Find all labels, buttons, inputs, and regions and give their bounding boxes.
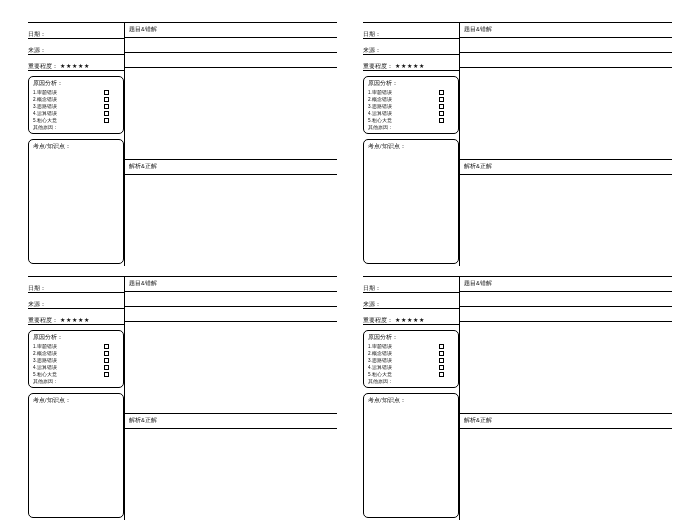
checkbox-icon[interactable] bbox=[439, 358, 444, 363]
checkbox-icon[interactable] bbox=[439, 104, 444, 109]
star-icon: ★ bbox=[395, 63, 400, 69]
source-label: 来源： bbox=[363, 301, 381, 307]
checkbox-icon[interactable] bbox=[104, 111, 109, 116]
reason-item: 4.运算错误 bbox=[33, 364, 119, 371]
reason-analysis-panel: 原因分析：1.审题错误2.概念错误3.思路错误4.运算错误5.粗心大意其他原因： bbox=[28, 330, 124, 388]
solution-header: 解析&正解 bbox=[125, 413, 337, 429]
star-icon: ★ bbox=[401, 317, 406, 323]
meta-column: 日期：来源：重要程度：★★★★★原因分析：1.审题错误2.概念错误3.思路错误4… bbox=[28, 22, 124, 266]
reason-analysis-title: 原因分析： bbox=[33, 80, 119, 88]
reason-analysis-title: 原因分析： bbox=[33, 334, 119, 342]
checkbox-icon[interactable] bbox=[439, 351, 444, 356]
checkbox-icon[interactable] bbox=[104, 90, 109, 95]
page-column-right: 日期：来源：重要程度：★★★★★原因分析：1.审题错误2.概念错误3.思路错误4… bbox=[363, 22, 672, 520]
checkbox-icon[interactable] bbox=[439, 111, 444, 116]
star-icon: ★ bbox=[419, 317, 424, 323]
checkbox-icon[interactable] bbox=[104, 118, 109, 123]
source-row: 来源： bbox=[28, 293, 124, 309]
importance-row: 重要程度：★★★★★ bbox=[363, 309, 459, 325]
reason-item: 5.粗心大意 bbox=[33, 371, 119, 378]
star-icon: ★ bbox=[60, 317, 65, 323]
importance-stars: ★★★★★ bbox=[395, 63, 424, 69]
question-area bbox=[460, 322, 672, 413]
reason-text: 2.概念错误 bbox=[33, 351, 57, 356]
date-row: 日期： bbox=[363, 276, 459, 293]
importance-label: 重要程度： bbox=[363, 317, 393, 323]
checkbox-icon[interactable] bbox=[439, 90, 444, 95]
star-icon: ★ bbox=[66, 63, 71, 69]
question-header: 题目&错解 bbox=[460, 22, 672, 38]
reason-checklist: 1.审题错误2.概念错误3.思路错误4.运算错误5.粗心大意 bbox=[33, 343, 119, 378]
date-row: 日期： bbox=[28, 22, 124, 39]
other-reason-label: 其他原因： bbox=[368, 125, 454, 130]
solution-header: 解析&正解 bbox=[460, 159, 672, 175]
reason-item: 3.思路错误 bbox=[368, 103, 454, 110]
star-icon: ★ bbox=[66, 317, 71, 323]
checkbox-icon[interactable] bbox=[104, 358, 109, 363]
checkbox-icon[interactable] bbox=[104, 97, 109, 102]
reason-item: 4.运算错误 bbox=[368, 364, 454, 371]
importance-label: 重要程度： bbox=[363, 63, 393, 69]
checkbox-icon[interactable] bbox=[439, 372, 444, 377]
star-icon: ★ bbox=[413, 63, 418, 69]
reason-item: 5.粗心大意 bbox=[368, 371, 454, 378]
error-entry-block: 日期：来源：重要程度：★★★★★原因分析：1.审题错误2.概念错误3.思路错误4… bbox=[363, 276, 672, 520]
source-row: 来源： bbox=[363, 39, 459, 55]
reason-analysis-title: 原因分析： bbox=[368, 80, 454, 88]
question-area bbox=[125, 68, 337, 159]
other-reason-label: 其他原因： bbox=[368, 379, 454, 384]
reason-text: 5.粗心大意 bbox=[368, 372, 392, 377]
reason-checklist: 1.审题错误2.概念错误3.思路错误4.运算错误5.粗心大意 bbox=[368, 343, 454, 378]
star-icon: ★ bbox=[407, 63, 412, 69]
content-column: 题目&错解解析&正解 bbox=[459, 276, 672, 520]
reason-item: 1.审题错误 bbox=[368, 343, 454, 350]
checkbox-icon[interactable] bbox=[104, 104, 109, 109]
importance-stars: ★★★★★ bbox=[60, 63, 89, 69]
reason-text: 2.概念错误 bbox=[33, 97, 57, 102]
checkbox-icon[interactable] bbox=[439, 365, 444, 370]
importance-stars: ★★★★★ bbox=[60, 317, 89, 323]
date-label: 日期： bbox=[28, 31, 46, 37]
question-area bbox=[460, 68, 672, 159]
reason-item: 2.概念错误 bbox=[33, 96, 119, 103]
importance-row: 重要程度：★★★★★ bbox=[28, 55, 124, 71]
reason-item: 5.粗心大意 bbox=[33, 117, 119, 124]
date-row: 日期： bbox=[363, 22, 459, 39]
meta-column: 日期：来源：重要程度：★★★★★原因分析：1.审题错误2.概念错误3.思路错误4… bbox=[363, 276, 459, 520]
reason-text: 3.思路错误 bbox=[33, 104, 57, 109]
solution-header-label: 解析&正解 bbox=[129, 417, 157, 425]
star-icon: ★ bbox=[84, 317, 89, 323]
content-column: 题目&错解解析&正解 bbox=[124, 276, 337, 520]
checkbox-icon[interactable] bbox=[439, 118, 444, 123]
checkbox-icon[interactable] bbox=[439, 97, 444, 102]
reason-text: 3.思路错误 bbox=[33, 358, 57, 363]
solution-area bbox=[460, 175, 672, 266]
question-area bbox=[125, 322, 337, 413]
checkbox-icon[interactable] bbox=[104, 372, 109, 377]
question-header-label: 题目&错解 bbox=[464, 280, 492, 288]
question-header: 题目&错解 bbox=[125, 276, 337, 292]
ruled-line bbox=[460, 307, 672, 322]
date-label: 日期： bbox=[363, 285, 381, 291]
notes-panel: 考点/知识点： bbox=[363, 139, 459, 264]
reason-analysis-panel: 原因分析：1.审题错误2.概念错误3.思路错误4.运算错误5.粗心大意其他原因： bbox=[28, 76, 124, 134]
reason-text: 1.审题错误 bbox=[33, 90, 57, 95]
reason-text: 4.运算错误 bbox=[368, 365, 392, 370]
reason-item: 3.思路错误 bbox=[33, 103, 119, 110]
question-header-label: 题目&错解 bbox=[129, 280, 157, 288]
importance-row: 重要程度：★★★★★ bbox=[363, 55, 459, 71]
source-row: 来源： bbox=[363, 293, 459, 309]
reason-item: 1.审题错误 bbox=[368, 89, 454, 96]
notes-title: 考点/知识点： bbox=[33, 143, 119, 151]
checkbox-icon[interactable] bbox=[104, 344, 109, 349]
reason-item: 3.思路错误 bbox=[33, 357, 119, 364]
ruled-line bbox=[460, 292, 672, 307]
checkbox-icon[interactable] bbox=[439, 344, 444, 349]
solution-area bbox=[125, 175, 337, 266]
reason-item: 4.运算错误 bbox=[33, 110, 119, 117]
checkbox-icon[interactable] bbox=[104, 365, 109, 370]
star-icon: ★ bbox=[72, 63, 77, 69]
checkbox-icon[interactable] bbox=[104, 351, 109, 356]
star-icon: ★ bbox=[78, 317, 83, 323]
solution-header-label: 解析&正解 bbox=[464, 417, 492, 425]
